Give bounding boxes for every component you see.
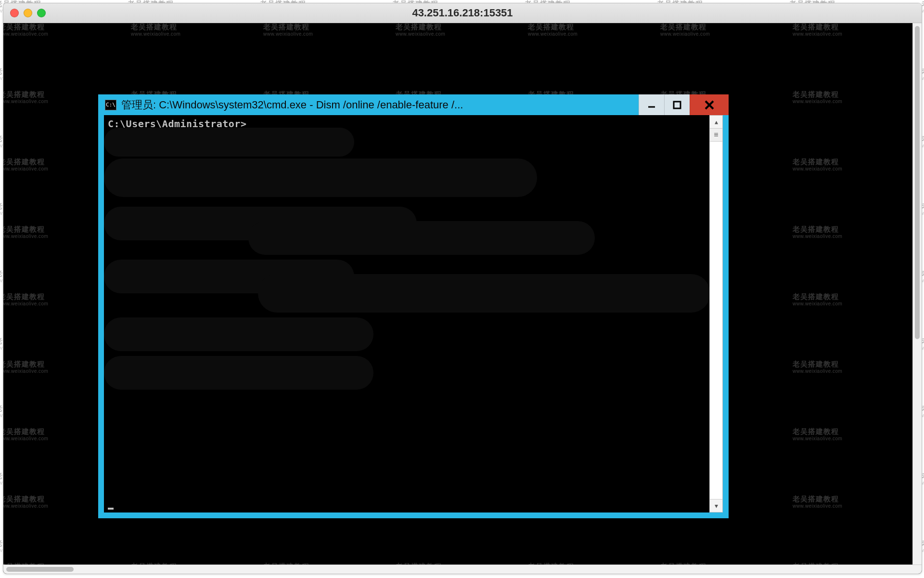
cmd-window-buttons bbox=[639, 94, 729, 115]
viewport-vertical-scrollbar[interactable] bbox=[912, 23, 922, 565]
scroll-up-button[interactable]: ▴ bbox=[710, 116, 722, 129]
minimize-icon[interactable] bbox=[24, 9, 32, 17]
remote-desktop-viewport[interactable]: 老吴搭建教程www.weixiaolive.com老吴搭建教程www.weixi… bbox=[3, 23, 922, 574]
maximize-button[interactable] bbox=[664, 94, 690, 115]
horizontal-scroll-thumb[interactable] bbox=[6, 567, 74, 572]
watermark-stamp: 老吴搭建教程www.weixiaolive.com bbox=[3, 428, 48, 441]
remote-session-window: 43.251.16.218:15351 老吴搭建教程www.weixiaoliv… bbox=[3, 3, 922, 574]
mac-titlebar[interactable]: 43.251.16.218:15351 bbox=[3, 3, 922, 23]
cmd-title: 管理员: C:\Windows\system32\cmd.exe - Dism … bbox=[121, 98, 639, 112]
watermark-stamp: 老吴搭建教程www.weixiaolive.com bbox=[793, 293, 842, 306]
viewport-horizontal-scrollbar[interactable] bbox=[3, 565, 922, 574]
watermark-stamp: 老吴搭建教程www.weixiaolive.com bbox=[3, 360, 48, 374]
scroll-options-button[interactable]: ≡ bbox=[710, 129, 722, 142]
watermark-stamp: 老吴搭建教程www.weixiaolive.com bbox=[793, 91, 842, 104]
watermark-stamp: 老吴搭建教程www.weixiaolive.com bbox=[396, 23, 445, 37]
cursor-icon bbox=[108, 508, 114, 510]
minimize-button[interactable] bbox=[639, 94, 664, 115]
watermark-stamp: 老吴搭建教程www.weixiaolive.com bbox=[793, 225, 842, 239]
cmd-scrollbar[interactable]: ▴ ≡ ▾ bbox=[709, 115, 723, 512]
vertical-scroll-thumb[interactable] bbox=[915, 26, 920, 339]
cmd-app-icon: C:\ bbox=[105, 100, 116, 110]
watermark-stamp: 老吴搭建教程www.weixiaolive.com bbox=[793, 428, 842, 441]
svg-rect-0 bbox=[674, 102, 680, 108]
redacted-region bbox=[104, 317, 373, 351]
watermark-stamp: 老吴搭建教程www.weixiaolive.com bbox=[131, 23, 180, 37]
watermark-stamp: 老吴搭建教程www.weixiaolive.com bbox=[793, 23, 842, 37]
watermark-stamp: 老吴搭建教程www.weixiaolive.com bbox=[3, 158, 48, 171]
watermark-stamp: 老吴搭建教程www.weixiaolive.com bbox=[793, 158, 842, 171]
watermark-stamp: 老吴搭建教程www.weixiaolive.com bbox=[528, 23, 578, 37]
redacted-region bbox=[104, 158, 537, 197]
watermark-stamp: 老吴搭建教程www.weixiaolive.com bbox=[793, 495, 842, 509]
redacted-region bbox=[248, 221, 595, 255]
fullscreen-icon[interactable] bbox=[37, 9, 46, 17]
watermark-stamp: 老吴搭建教程www.weixiaolive.com bbox=[3, 91, 48, 104]
window-title: 43.251.16.218:15351 bbox=[3, 7, 922, 19]
watermark-stamp: 老吴搭建教程www.weixiaolive.com bbox=[660, 23, 710, 37]
cmd-titlebar[interactable]: C:\ 管理员: C:\Windows\system32\cmd.exe - D… bbox=[98, 94, 729, 115]
watermark-stamp: 老吴搭建教程www.weixiaolive.com bbox=[3, 293, 48, 306]
watermark-stamp: 老吴搭建教程www.weixiaolive.com bbox=[263, 23, 313, 37]
cmd-output[interactable]: C:\Users\Administrator> bbox=[104, 115, 709, 512]
watermark-stamp: 老吴搭建教程www.weixiaolive.com bbox=[3, 23, 48, 37]
watermark-stamp: 老吴搭建教程www.weixiaolive.com bbox=[793, 360, 842, 374]
scroll-track[interactable] bbox=[710, 142, 722, 499]
redacted-region bbox=[104, 128, 354, 157]
redacted-region bbox=[258, 274, 709, 313]
watermark-stamp: 老吴搭建教程www.weixiaolive.com bbox=[3, 495, 48, 509]
scroll-down-button[interactable]: ▾ bbox=[710, 499, 722, 512]
close-icon[interactable] bbox=[10, 9, 19, 17]
traffic-lights bbox=[10, 9, 46, 17]
cmd-body-wrap: C:\Users\Administrator> ▴ ≡ ▾ bbox=[104, 115, 723, 512]
close-button[interactable] bbox=[690, 94, 729, 115]
cmd-window: C:\ 管理员: C:\Windows\system32\cmd.exe - D… bbox=[98, 94, 729, 518]
redacted-region bbox=[104, 356, 373, 390]
watermark-stamp: 老吴搭建教程www.weixiaolive.com bbox=[3, 225, 48, 239]
